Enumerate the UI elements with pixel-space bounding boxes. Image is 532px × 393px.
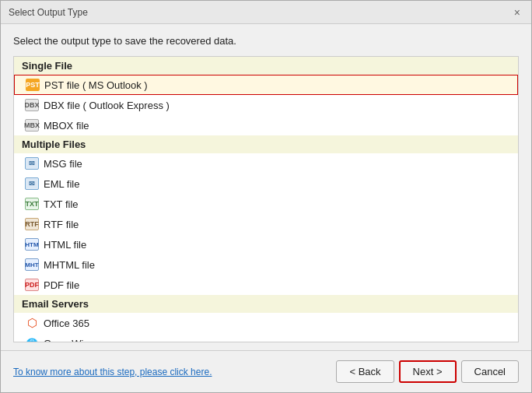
list-item-txt[interactable]: TXT TXT file xyxy=(14,194,518,214)
mbox-label: MBOX file xyxy=(44,120,89,132)
msg-label: MSG file xyxy=(44,158,82,170)
txt-label: TXT file xyxy=(44,198,79,210)
list-item-mhtml[interactable]: MHT MHTML file xyxy=(14,254,518,275)
dialog-body: Select the output type to save the recov… xyxy=(1,24,531,350)
list-item-pdf[interactable]: PDF PDF file xyxy=(14,275,518,295)
output-type-list[interactable]: Single File PST PST file ( MS Outlook ) … xyxy=(13,56,519,342)
pdf-icon: PDF xyxy=(25,278,39,292)
dbx-label: DBX file ( Outlook Express ) xyxy=(44,100,170,111)
footer-buttons: < Back Next > Cancel xyxy=(336,360,519,383)
list-item-rtf[interactable]: RTF RTF file xyxy=(14,214,518,234)
eml-label: EML file xyxy=(44,178,79,190)
office365-icon: ⬡ xyxy=(25,316,39,330)
pst-icon: PST xyxy=(26,78,40,92)
cancel-button[interactable]: Cancel xyxy=(461,360,519,383)
section-header-email-servers: Email Servers xyxy=(14,295,518,313)
list-inner: Single File PST PST file ( MS Outlook ) … xyxy=(14,57,518,342)
section-header-single-file: Single File xyxy=(14,57,518,75)
list-item-pst[interactable]: PST PST file ( MS Outlook ) xyxy=(14,75,518,95)
dialog-footer: To know more about this step, please cli… xyxy=(1,350,531,392)
mhtml-icon: MHT xyxy=(25,258,39,272)
list-item-html[interactable]: HTM HTML file xyxy=(14,234,518,254)
dialog-container: Select Output Type × Select the output t… xyxy=(0,0,532,393)
section-header-multiple-files: Multiple Files xyxy=(14,135,518,153)
list-item-office365[interactable]: ⬡ Office 365 xyxy=(14,313,518,333)
rtf-label: RTF file xyxy=(44,219,79,230)
help-link[interactable]: To know more about this step, please cli… xyxy=(13,367,212,377)
office365-label: Office 365 xyxy=(44,318,89,329)
txt-icon: TXT xyxy=(25,197,39,211)
next-button[interactable]: Next > xyxy=(399,360,457,383)
groupwise-label: GroupWise xyxy=(44,338,94,343)
title-bar: Select Output Type × xyxy=(1,1,531,24)
list-item-mbox[interactable]: MBX MBOX file xyxy=(14,115,518,135)
dialog-title: Select Output Type xyxy=(9,7,88,18)
rtf-icon: RTF xyxy=(25,217,39,231)
list-item-msg[interactable]: ✉ MSG file xyxy=(14,153,518,174)
pdf-label: PDF file xyxy=(44,279,79,291)
list-item-dbx[interactable]: DBX DBX file ( Outlook Express ) xyxy=(14,95,518,115)
list-item-eml[interactable]: ✉ EML file xyxy=(14,174,518,194)
mhtml-label: MHTML file xyxy=(44,259,95,271)
dbx-icon: DBX xyxy=(25,98,39,112)
list-item-groupwise[interactable]: 🌐 GroupWise xyxy=(14,333,518,342)
mbox-icon: MBX xyxy=(25,118,39,132)
pst-label: PST file ( MS Outlook ) xyxy=(44,79,148,91)
close-button[interactable]: × xyxy=(511,6,523,19)
instruction-text: Select the output type to save the recov… xyxy=(13,35,519,47)
msg-icon: ✉ xyxy=(25,156,39,170)
html-label: HTML file xyxy=(44,239,86,251)
html-icon: HTM xyxy=(25,237,39,251)
back-button[interactable]: < Back xyxy=(336,360,394,383)
eml-icon: ✉ xyxy=(25,177,39,191)
groupwise-icon: 🌐 xyxy=(25,336,39,342)
